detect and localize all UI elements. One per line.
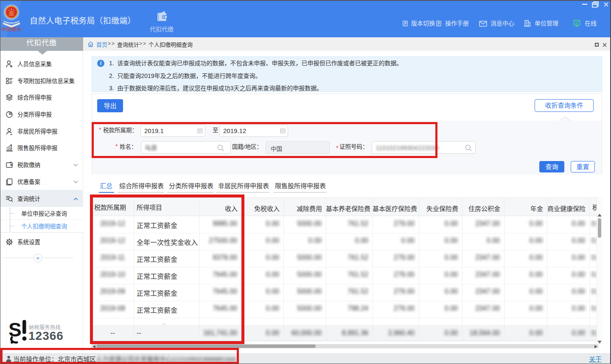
svg-text:S: S: [8, 319, 22, 341]
